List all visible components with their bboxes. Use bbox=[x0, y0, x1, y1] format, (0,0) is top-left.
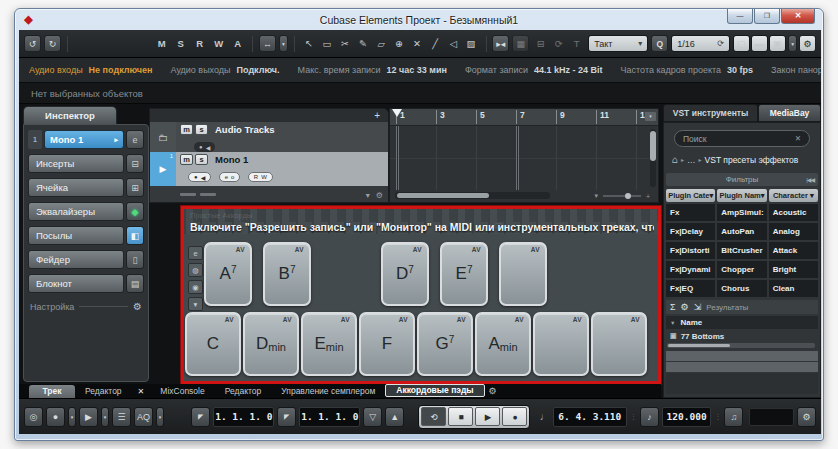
left-locator-display[interactable]: 1. 1. 1. 0 bbox=[213, 407, 274, 427]
breadcrumb[interactable]: ⌂ ▸ … ▸ VST пресеты эффектов bbox=[672, 154, 798, 165]
chord-pad[interactable]: AV G7 bbox=[417, 312, 473, 376]
inspector-section-icon[interactable]: ⊞ bbox=[126, 178, 144, 197]
aq-caret-icon[interactable]: ▾ bbox=[156, 407, 164, 427]
automation-button[interactable]: R bbox=[191, 35, 208, 52]
info-item[interactable]: Макс. время записи12 час 33 мин bbox=[298, 65, 447, 75]
close-tab-icon[interactable]: ✕ bbox=[132, 385, 151, 398]
tab-mediabay[interactable]: MediaBay bbox=[758, 104, 821, 122]
time-ruler[interactable]: 135791113 bbox=[390, 109, 658, 126]
mute-button[interactable]: m bbox=[180, 124, 193, 135]
filter-cell[interactable]: Chopper bbox=[717, 261, 766, 278]
chord-pad[interactable]: AV bbox=[533, 312, 589, 376]
expand-icon[interactable]: ⇲ bbox=[694, 302, 702, 312]
inspector-section-button[interactable]: Фейдер bbox=[28, 250, 124, 269]
filter-cell[interactable]: Fx|Dynami bbox=[666, 261, 715, 278]
filter-cell[interactable]: Fx|Distorti bbox=[666, 242, 715, 259]
layout-caret-icon[interactable]: ▾ bbox=[788, 35, 797, 52]
right-locator-display[interactable]: 1. 1. 1. 0 bbox=[299, 407, 360, 427]
chord-pad[interactable]: AV E7 bbox=[440, 242, 488, 306]
right-locator-icon[interactable]: ◤ bbox=[277, 407, 296, 427]
chord-pad[interactable]: AV Emin bbox=[301, 312, 357, 376]
close-button[interactable]: ✕ bbox=[781, 9, 815, 24]
ruler-options-icon[interactable]: ▾ bbox=[645, 112, 656, 121]
edit-controls[interactable]: e o bbox=[219, 172, 241, 182]
filter-cell[interactable]: Acoustic bbox=[769, 204, 818, 221]
filter-cell[interactable]: Attack bbox=[769, 242, 818, 259]
edit-channel-icon[interactable]: e bbox=[126, 130, 144, 149]
filter-cell[interactable]: Clean bbox=[769, 280, 818, 297]
filter-column-header[interactable]: PlugIn Nam▾ bbox=[717, 189, 766, 202]
automation-button[interactable]: W bbox=[210, 35, 227, 52]
tab-mixconsole[interactable]: MixConsole bbox=[150, 385, 214, 398]
snap-grid-icon[interactable]: ▦ bbox=[512, 35, 529, 52]
tool-button[interactable]: ✂ bbox=[337, 35, 354, 52]
punch-out-icon[interactable]: ▲ bbox=[385, 407, 404, 427]
record-button[interactable]: ● bbox=[502, 407, 527, 426]
play-button[interactable]: ▶ bbox=[475, 407, 500, 426]
horizontal-scrollbar[interactable] bbox=[395, 192, 550, 199]
tool-button[interactable]: ✕ bbox=[409, 35, 426, 52]
inspector-section-icon[interactable]: ◧ bbox=[126, 226, 144, 245]
inspector-section-button[interactable]: Эквалайзеры bbox=[28, 202, 124, 221]
tempo-display[interactable]: 120.000 bbox=[662, 407, 712, 427]
quantize-q-icon[interactable]: Q bbox=[651, 35, 668, 52]
zone-button[interactable]: ▣ bbox=[769, 35, 786, 52]
filter-cell[interactable]: Fx bbox=[666, 204, 715, 221]
inspector-section-button[interactable]: Ячейка bbox=[28, 178, 124, 197]
stop-button[interactable]: ■ bbox=[448, 407, 473, 426]
zoom-slider[interactable] bbox=[603, 195, 641, 197]
play-mode-icon[interactable]: ▶ bbox=[79, 407, 98, 427]
setup-gear-icon[interactable]: ⚙ bbox=[799, 35, 816, 52]
mute-button[interactable]: m bbox=[180, 154, 193, 165]
track-scale-caret-icon[interactable]: ▾ bbox=[366, 191, 370, 200]
tool-button[interactable]: ╱ bbox=[427, 35, 444, 52]
tab-chord-pads[interactable]: Аккордовые пэды bbox=[385, 384, 484, 397]
record-monitor-controls[interactable]: ● ◀ bbox=[188, 172, 211, 182]
snap-icon[interactable]: ▸◂ bbox=[492, 35, 509, 52]
title-bar[interactable]: ◆ Cubase Elements Проект - Безымянный1 —… bbox=[15, 9, 823, 30]
collapse-icon[interactable]: |◀◀ bbox=[806, 176, 814, 183]
automation-button[interactable]: S bbox=[172, 35, 189, 52]
grid-type-dropdown[interactable]: Такт▾ bbox=[588, 35, 648, 52]
tool-button[interactable]: ▭ bbox=[319, 35, 336, 52]
transport-gear-icon[interactable]: ⚙ bbox=[797, 407, 816, 427]
inspector-track-button[interactable]: Mono 1▸ bbox=[44, 130, 124, 149]
filter-cell[interactable]: Fx|EQ bbox=[666, 280, 715, 297]
tab-sampler-control[interactable]: Управление семплером bbox=[271, 385, 385, 398]
filter-cell[interactable]: BitCrusher bbox=[717, 242, 766, 259]
zoom-plus-icon[interactable]: + bbox=[646, 193, 650, 200]
play-mode-caret-icon[interactable]: ▾ bbox=[101, 407, 109, 427]
record-mode-icon[interactable]: ● bbox=[46, 407, 65, 427]
info-item[interactable]: Закон панорамирования-3dB bbox=[771, 65, 821, 75]
filter-column-header[interactable]: PlugIn Cate▾ bbox=[666, 189, 715, 202]
automation-button[interactable]: M bbox=[153, 35, 170, 52]
zone-setup-gear-icon[interactable]: ⚙ bbox=[485, 385, 501, 398]
marker-lines-icon[interactable]: ☰ bbox=[112, 407, 131, 427]
track-row-mono[interactable]: ▶1 m s Mono 1 ● ◀ e bbox=[150, 152, 388, 186]
chord-pad[interactable]: AV bbox=[591, 312, 647, 376]
tab-inspector[interactable]: Инспектор bbox=[23, 106, 117, 124]
folder-track-controls[interactable]: ● ◀ bbox=[194, 142, 215, 152]
filter-cell[interactable]: Chorus bbox=[717, 280, 766, 297]
filter-cell[interactable]: Fx|Delay bbox=[666, 223, 715, 240]
results-scrollbar[interactable] bbox=[667, 343, 815, 348]
tool-button[interactable]: ⊕ bbox=[391, 35, 408, 52]
filter-column-header[interactable]: Character ▾ bbox=[769, 189, 818, 202]
snap-option-icon[interactable]: ⟳ bbox=[550, 35, 567, 52]
tab-editor[interactable]: Редактор bbox=[75, 385, 132, 398]
info-item[interactable]: Аудио выходыПодключ. bbox=[170, 65, 279, 75]
vertical-scrollbar[interactable] bbox=[650, 129, 656, 187]
info-item[interactable]: Формат записи44.1 kHz - 24 Bit bbox=[465, 65, 603, 75]
search-input[interactable]: Поиск ✕ bbox=[674, 130, 810, 147]
result-row[interactable]: ▣ 77 Bottoms bbox=[666, 330, 818, 342]
track-row-folder[interactable]: 🗀 m s Audio Tracks ● ◀ bbox=[150, 122, 388, 152]
filter-cell[interactable]: Bright bbox=[769, 261, 818, 278]
tool-button[interactable]: ▨ bbox=[463, 35, 480, 52]
cycle-button[interactable]: ⟲ bbox=[421, 407, 446, 426]
clear-search-icon[interactable]: ✕ bbox=[795, 134, 801, 143]
maximize-button[interactable]: ❐ bbox=[754, 9, 780, 24]
name-column-header[interactable]: ▼ Name bbox=[666, 316, 818, 329]
chord-pad[interactable]: AV Dmin bbox=[243, 312, 299, 376]
info-item[interactable]: Аудио входыНе подключен bbox=[29, 65, 152, 75]
chord-pad[interactable]: AV C bbox=[185, 312, 241, 376]
